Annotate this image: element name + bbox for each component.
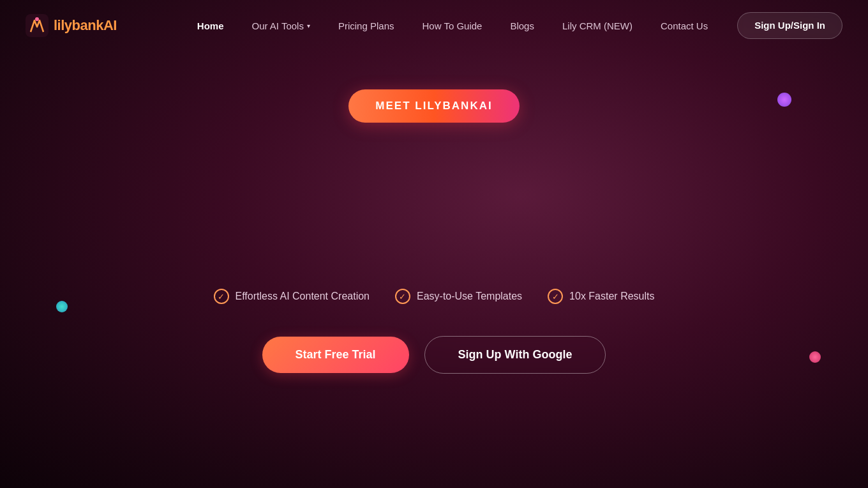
nav-blogs[interactable]: Blogs [496, 15, 548, 36]
cta-row: Start Free Trial Sign Up With Google [262, 336, 606, 374]
navbar: lilybankAI Home Our AI Tools ▾ Pricing P… [0, 0, 868, 51]
brand-suffix: AI [103, 17, 117, 33]
feature-label-1: Effortless AI Content Creation [236, 291, 370, 302]
nav-links: Home Our AI Tools ▾ Pricing Plans How To… [183, 15, 722, 36]
logo-text: lilybankAI [54, 17, 117, 34]
nav-home[interactable]: Home [183, 15, 238, 36]
start-free-trial-button[interactable]: Start Free Trial [262, 337, 409, 373]
feature-label-3: 10x Faster Results [569, 291, 654, 302]
logo-link[interactable]: lilybankAI [26, 14, 117, 37]
meet-lilybankai-button[interactable]: MEET LILYBANKAI [348, 89, 519, 123]
check-icon-3: ✓ [548, 289, 563, 304]
features-row: ✓ Effortless AI Content Creation ✓ Easy-… [214, 289, 655, 304]
nav-tools[interactable]: Our AI Tools ▾ [238, 15, 324, 36]
nav-contact[interactable]: Contact Us [647, 15, 722, 36]
feature-item-1: ✓ Effortless AI Content Creation [214, 289, 370, 304]
nav-guide[interactable]: How To Guide [408, 15, 496, 36]
main-content: MEET LILYBANKAI ✓ Effortless AI Content … [0, 51, 868, 374]
feature-item-3: ✓ 10x Faster Results [548, 289, 654, 304]
logo-icon [26, 14, 49, 37]
check-icon-1: ✓ [214, 289, 229, 304]
nav-signup-button[interactable]: Sign Up/Sign In [737, 12, 842, 39]
nav-pricing[interactable]: Pricing Plans [324, 15, 408, 36]
chevron-down-icon: ▾ [307, 22, 310, 29]
svg-point-1 [35, 17, 39, 21]
feature-label-2: Easy-to-Use Templates [417, 291, 522, 302]
check-icon-2: ✓ [395, 289, 410, 304]
brand-name: lilybank [54, 17, 103, 33]
nav-crm[interactable]: Lily CRM (NEW) [548, 15, 647, 36]
feature-item-2: ✓ Easy-to-Use Templates [395, 289, 522, 304]
sign-up-google-button[interactable]: Sign Up With Google [424, 336, 606, 374]
